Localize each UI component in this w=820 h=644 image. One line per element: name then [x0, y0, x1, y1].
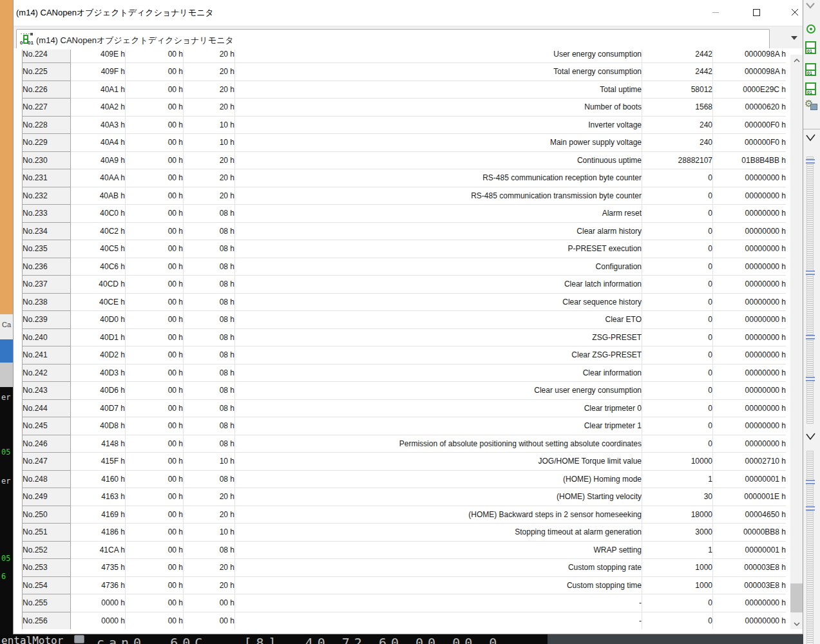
- scroll-down-button[interactable]: [790, 618, 803, 629]
- background-left-strip[interactable]: Ca er 05 er 05 6: [0, 0, 13, 644]
- screen: Ca er 05 er 05 6 ⚙ entalMotor: [0, 0, 820, 644]
- size-cell: 20 h: [184, 559, 235, 577]
- background-right-toolbar[interactable]: ⚙: [803, 0, 820, 644]
- subindex-cell: 00 h: [126, 488, 184, 506]
- object-name-cell: Clear sequence history: [235, 293, 642, 311]
- hex-value-cell: 0000E29C h: [713, 80, 787, 99]
- table-row[interactable]: No.231 40AA h 00 h 20 h RS-485 communica…: [23, 169, 787, 187]
- size-cell: 00 h: [184, 594, 235, 612]
- table-row[interactable]: No.224 409E h 00 h 20 h User energy cons…: [23, 50, 787, 63]
- object-name-cell: -: [235, 612, 642, 629]
- size-cell: 08 h: [184, 346, 235, 365]
- table-row[interactable]: No.248 4160 h 00 h 08 h (HOME) Homing mo…: [23, 470, 787, 488]
- table-row[interactable]: No.252 41CA h 00 h 08 h WRAP setting 1 0…: [23, 541, 787, 559]
- grid-icon[interactable]: [805, 41, 816, 54]
- titlebar[interactable]: (m14) CANopenオブジェクトディクショナリモニタ: [14, 0, 803, 26]
- tab-list-dropdown-button[interactable]: [787, 30, 802, 46]
- subindex-cell: 00 h: [126, 559, 184, 577]
- size-cell: 08 h: [184, 328, 235, 346]
- scrollbar-mark: [806, 270, 815, 275]
- table-row[interactable]: No.240 40D1 h 00 h 08 h ZSG-PRESET 0 000…: [23, 328, 787, 346]
- subindex-cell: 00 h: [126, 134, 184, 152]
- gear-icon[interactable]: ⚙: [805, 98, 813, 109]
- table-row[interactable]: No.229 40A4 h 00 h 10 h Main power suppl…: [23, 134, 787, 152]
- table-row[interactable]: No.245 40D8 h 00 h 08 h Clear tripmeter …: [23, 417, 787, 435]
- table-row[interactable]: No.256 0000 h 00 h 00 h - 0 00000000 h: [23, 612, 787, 629]
- table-row[interactable]: No.253 4735 h 00 h 20 h Custom stopping …: [23, 559, 787, 577]
- maximize-button[interactable]: [741, 1, 771, 23]
- table-row[interactable]: No.233 40C0 h 00 h 08 h Alarm reset 0 00…: [23, 205, 787, 223]
- table-row[interactable]: No.246 4148 h 00 h 08 h Permission of ab…: [23, 435, 787, 453]
- index-cell: 41CA h: [71, 541, 126, 559]
- decimal-value-cell: 0: [642, 364, 713, 382]
- minimize-button[interactable]: [701, 1, 730, 23]
- row-header-cell: No.243: [23, 382, 71, 400]
- table-row[interactable]: No.236 40C6 h 00 h 08 h Configuration 0 …: [23, 258, 787, 276]
- table-row[interactable]: No.225 409F h 00 h 20 h Total energy con…: [23, 63, 787, 81]
- minimize-icon: [712, 12, 719, 13]
- hex-value-cell: 00000000 h: [713, 258, 787, 276]
- index-cell: 40C0 h: [71, 205, 126, 223]
- table-row[interactable]: No.255 0000 h 00 h 00 h - 0 00000000 h: [23, 594, 787, 612]
- size-cell: 20 h: [184, 63, 235, 81]
- chevron-down-icon[interactable]: [806, 433, 815, 440]
- decimal-value-cell: 1: [642, 470, 713, 488]
- decimal-value-cell: 240: [642, 116, 713, 134]
- size-cell: 08 h: [184, 399, 235, 417]
- hex-value-cell: 00000000 h: [713, 346, 787, 365]
- grid-icon[interactable]: [805, 63, 816, 76]
- scrollbar-thumb[interactable]: [790, 583, 803, 612]
- table-row[interactable]: No.247 415F h 00 h 10 h JOG/HOME Torque …: [23, 453, 787, 471]
- index-cell: 40AB h: [71, 187, 126, 205]
- table-row[interactable]: No.243 40D6 h 00 h 08 h Clear user energ…: [23, 382, 787, 400]
- index-cell: 4736 h: [71, 576, 126, 594]
- subindex-cell: 00 h: [126, 99, 184, 117]
- tab-object-dictionary-monitor[interactable]: 001 (m14) CANopenオブジェクトディクショナリモニタ: [16, 29, 770, 49]
- scroll-up-button[interactable]: [790, 55, 803, 66]
- chevron-down-icon[interactable]: [806, 134, 815, 142]
- subindex-cell: 00 h: [126, 399, 184, 417]
- table-row[interactable]: No.242 40D3 h 00 h 08 h Clear informatio…: [23, 364, 787, 382]
- object-name-cell: (HOME) Backward steps in 2 sensor homese…: [235, 506, 642, 524]
- background-scrollbar[interactable]: [806, 156, 814, 424]
- table-row[interactable]: No.254 4736 h 00 h 20 h Custom stopping …: [23, 576, 787, 594]
- index-cell: 40D0 h: [71, 311, 126, 329]
- table-row[interactable]: No.227 40A2 h 00 h 20 h Number of boots …: [23, 99, 787, 117]
- row-header-cell: No.227: [23, 99, 71, 117]
- close-button[interactable]: [780, 1, 810, 23]
- background-terminal-strip[interactable]: entalMotor can0 60C [8] 40 72 60 00 00 0: [0, 634, 803, 644]
- table-row[interactable]: No.244 40D7 h 00 h 08 h Clear tripmeter …: [23, 399, 787, 417]
- subindex-cell: 00 h: [126, 576, 184, 594]
- table-row[interactable]: No.250 4169 h 00 h 20 h (HOME) Backward …: [23, 506, 787, 524]
- decimal-value-cell: 1568: [642, 99, 713, 117]
- table-row[interactable]: No.232 40AB h 00 h 20 h RS-485 communica…: [23, 187, 787, 205]
- table-row[interactable]: No.239 40D0 h 00 h 08 h Clear ETO 0 0000…: [23, 311, 787, 329]
- table-row[interactable]: No.235 40C5 h 00 h 08 h P-PRESET executi…: [23, 240, 787, 258]
- table-row[interactable]: No.249 4163 h 00 h 20 h (HOME) Starting …: [23, 488, 787, 506]
- tab-bar: 001 (m14) CANopenオブジェクトディクショナリモニタ: [14, 26, 803, 48]
- subindex-cell: 00 h: [126, 222, 184, 240]
- hex-value-cell: 00000000 h: [713, 435, 787, 453]
- table-row[interactable]: No.237 40CD h 00 h 08 h Clear latch info…: [23, 276, 787, 294]
- record-icon[interactable]: [806, 24, 815, 33]
- terminal-fragment: er: [1, 393, 10, 402]
- index-cell: 415F h: [71, 453, 126, 471]
- table-row[interactable]: No.226 40A1 h 00 h 20 h Total uptime 580…: [23, 80, 787, 99]
- row-header-cell: No.246: [23, 435, 71, 453]
- table-row[interactable]: No.230 40A9 h 00 h 20 h Continuous uptim…: [23, 151, 787, 169]
- table-row[interactable]: No.241 40D2 h 00 h 08 h Clear ZSG-PRESET…: [23, 346, 787, 365]
- grid-icon[interactable]: [805, 82, 816, 95]
- table-row[interactable]: No.234 40C2 h 00 h 08 h Clear alarm hist…: [23, 222, 787, 240]
- table-row[interactable]: No.238 40CE h 00 h 08 h Clear sequence h…: [23, 293, 787, 311]
- decimal-value-cell: 0: [642, 222, 713, 240]
- table-row[interactable]: No.228 40A3 h 00 h 10 h Inverter voltage…: [23, 116, 787, 134]
- scrollbar-mark: [806, 506, 815, 511]
- object-name-cell: RS-485 communication transmission byte c…: [235, 187, 642, 205]
- index-cell: 40C6 h: [71, 258, 126, 276]
- object-name-cell: Clear user energy consumption: [235, 382, 642, 400]
- index-cell: 40D7 h: [71, 399, 126, 417]
- hex-value-cell: 0000098A h: [713, 63, 787, 81]
- size-cell: 08 h: [184, 417, 235, 435]
- vertical-scrollbar[interactable]: [790, 55, 803, 629]
- table-row[interactable]: No.251 4186 h 00 h 10 h Stopping timeout…: [23, 524, 787, 542]
